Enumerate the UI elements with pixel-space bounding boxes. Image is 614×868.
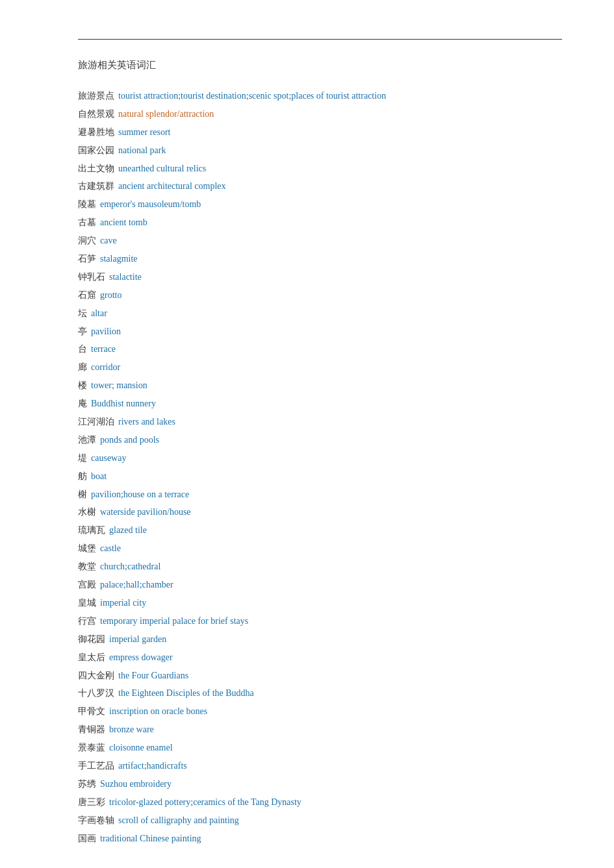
- english-term: causeway: [91, 450, 126, 467]
- chinese-term: 皇城: [78, 595, 96, 612]
- list-item: 舫boat: [78, 468, 562, 485]
- list-item: 宫殿palace;hall;chamber: [78, 577, 562, 593]
- list-item: 台terrace: [78, 341, 562, 358]
- chinese-term: 教堂: [78, 558, 96, 575]
- list-item: 行宫temporary imperial palace for brief st…: [78, 613, 562, 630]
- list-item: 池潭ponds and pools: [78, 432, 562, 449]
- list-item: 钟乳石stalactite: [78, 269, 562, 286]
- chinese-term: 避暑胜地: [78, 124, 114, 141]
- english-term: pavilion;house on a terrace: [91, 486, 189, 503]
- list-item: 洞穴cave: [78, 232, 562, 249]
- english-term: glazed tile: [109, 522, 147, 539]
- english-term: temporary imperial palace for brief stay…: [100, 613, 248, 630]
- list-item: 字画卷轴scroll of calligraphy and painting: [78, 812, 562, 829]
- chinese-term: 石窟: [78, 287, 96, 304]
- list-item: 皇城imperial city: [78, 595, 562, 612]
- page-container: 旅游相关英语词汇 旅游景点tourist attraction;tourist …: [0, 0, 614, 868]
- english-term: pavilion: [91, 323, 121, 340]
- list-item: 坛altar: [78, 305, 562, 322]
- chinese-term: 城堡: [78, 540, 96, 557]
- english-term: stalagmite: [100, 251, 138, 267]
- english-term: imperial city: [100, 595, 146, 612]
- english-term: castle: [100, 540, 121, 557]
- list-item: 景泰蓝cloisonne enamel: [78, 739, 562, 756]
- chinese-term: 皇太后: [78, 649, 105, 666]
- english-term: tourist attraction;tourist destination;s…: [118, 88, 386, 105]
- english-term: cave: [100, 232, 117, 249]
- english-term: stalactite: [109, 269, 142, 286]
- chinese-term: 景泰蓝: [78, 739, 105, 756]
- chinese-term: 甲骨文: [78, 703, 105, 720]
- list-item: 避暑胜地summer resort: [78, 124, 562, 141]
- list-item: 御花园imperial garden: [78, 631, 562, 648]
- chinese-term: 古建筑群: [78, 178, 114, 195]
- chinese-term: 舫: [78, 468, 87, 485]
- chinese-term: 唐三彩: [78, 794, 105, 811]
- english-term: national park: [118, 142, 166, 159]
- chinese-term: 国画: [78, 830, 96, 847]
- chinese-term: 国家公园: [78, 142, 114, 159]
- list-item: 唐三彩tricolor-glazed pottery;ceramics of t…: [78, 794, 562, 811]
- english-term: the Four Guardians: [118, 667, 188, 684]
- chinese-term: 庵: [78, 395, 87, 412]
- list-item: 古墓ancient tomb: [78, 214, 562, 231]
- list-item: 廊corridor: [78, 359, 562, 376]
- chinese-term: 台: [78, 341, 87, 358]
- english-term: terrace: [91, 341, 116, 358]
- list-item: 亭pavilion: [78, 323, 562, 340]
- list-item: 出土文物unearthed cultural relics: [78, 160, 562, 177]
- list-item: 国家公园national park: [78, 142, 562, 159]
- chinese-term: 古墓: [78, 214, 96, 231]
- english-term: palace;hall;chamber: [100, 577, 173, 593]
- list-item: 教堂church;cathedral: [78, 558, 562, 575]
- list-item: 石窟grotto: [78, 287, 562, 304]
- list-item: 陵墓emperor's mausoleum/tomb: [78, 196, 562, 213]
- english-term: boat: [91, 468, 107, 485]
- chinese-term: 旅游景点: [78, 88, 114, 105]
- list-item: 自然景观natural splendor/attraction: [78, 106, 562, 123]
- english-term: Suzhou embroidery: [100, 776, 172, 793]
- list-item: 城堡castle: [78, 540, 562, 557]
- english-term: ancient tomb: [100, 214, 147, 231]
- list-item: 青铜器bronze ware: [78, 721, 562, 738]
- list-item: 榭pavilion;house on a terrace: [78, 486, 562, 503]
- english-term: emperor's mausoleum/tomb: [100, 196, 201, 213]
- chinese-term: 出土文物: [78, 160, 114, 177]
- english-term: inscription on oracle bones: [109, 703, 207, 720]
- chinese-term: 御花园: [78, 631, 105, 648]
- chinese-term: 池潭: [78, 432, 96, 449]
- english-term: ancient architectural complex: [118, 178, 226, 195]
- chinese-term: 字画卷轴: [78, 812, 114, 829]
- chinese-term: 陵墓: [78, 196, 96, 213]
- list-item: 庵Buddhist nunnery: [78, 395, 562, 412]
- chinese-term: 宫殿: [78, 577, 96, 593]
- english-term: tricolor-glazed pottery;ceramics of the …: [109, 794, 301, 811]
- list-item: 石笋stalagmite: [78, 251, 562, 267]
- top-divider: [78, 39, 562, 40]
- english-term: altar: [91, 305, 107, 322]
- list-item: 皇太后empress dowager: [78, 649, 562, 666]
- chinese-term: 洞穴: [78, 232, 96, 249]
- english-term: ponds and pools: [100, 432, 159, 449]
- english-term: artifact;handicrafts: [118, 758, 187, 775]
- list-item: 江河湖泊rivers and lakes: [78, 414, 562, 430]
- english-term: corridor: [91, 359, 120, 376]
- chinese-term: 十八罗汉: [78, 685, 114, 702]
- list-item: 四大金刚the Four Guardians: [78, 667, 562, 684]
- chinese-term: 苏绣: [78, 776, 96, 793]
- english-term: grotto: [100, 287, 122, 304]
- list-item: 国画traditional Chinese painting: [78, 830, 562, 847]
- chinese-term: 自然景观: [78, 106, 114, 123]
- chinese-term: 手工艺品: [78, 758, 114, 775]
- list-item: 楼tower; mansion: [78, 377, 562, 394]
- english-term: traditional Chinese painting: [100, 830, 201, 847]
- english-term: church;cathedral: [100, 558, 160, 575]
- list-item: 琉璃瓦glazed tile: [78, 522, 562, 539]
- english-term: the Eighteen Disciples of the Buddha: [118, 685, 254, 702]
- chinese-term: 亭: [78, 323, 87, 340]
- chinese-term: 楼: [78, 377, 87, 394]
- chinese-term: 江河湖泊: [78, 414, 114, 430]
- vocab-list: 旅游景点tourist attraction;tourist destinati…: [78, 88, 562, 847]
- english-term: empress dowager: [109, 649, 173, 666]
- english-term: summer resort: [118, 124, 170, 141]
